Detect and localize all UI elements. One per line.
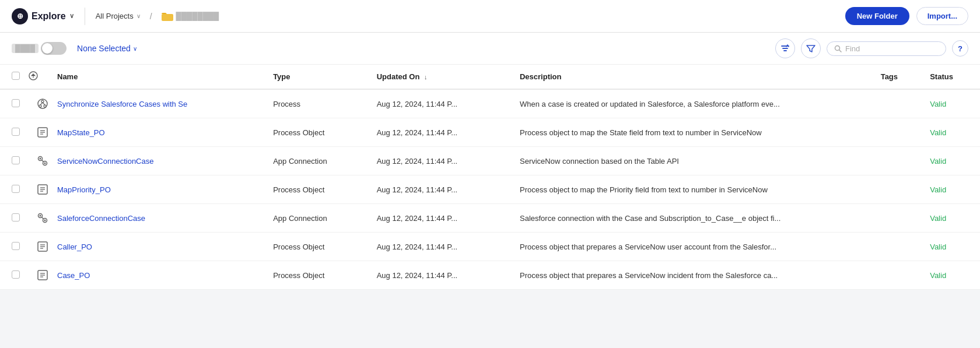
row-type-cell: Process Object (265, 118, 369, 147)
row-status-cell: Valid (922, 147, 980, 175)
svg-line-25 (42, 217, 44, 219)
explore-logo-icon: ⊕ (12, 8, 28, 24)
svg-point-5 (41, 100, 44, 103)
header-updated-on[interactable]: Updated On ↓ (369, 65, 512, 89)
toggle-switch-area: ████ (12, 42, 66, 55)
row-type-cell: Process (265, 89, 369, 118)
search-icon (834, 45, 842, 52)
row-icon-cell (28, 118, 49, 147)
table-row: Caller_PO Process Object Aug 12, 2024, 1… (0, 233, 980, 261)
current-folder-breadcrumb[interactable]: ████████ (162, 12, 219, 21)
row-checkbox[interactable] (12, 242, 20, 250)
filter-button[interactable] (801, 38, 821, 58)
items-table: Name Type Updated On ↓ Description Tags … (0, 65, 980, 290)
row-tags-cell (873, 147, 922, 175)
row-icon-cell (28, 204, 49, 233)
help-button[interactable]: ? (952, 40, 968, 57)
row-checkbox[interactable] (12, 156, 20, 164)
import-button[interactable]: Import... (916, 7, 968, 25)
explore-chevron-icon: ∨ (69, 12, 74, 20)
row-name-link[interactable]: Synchronize Salesforce Cases with Se (57, 100, 187, 108)
row-name-link[interactable]: Caller_PO (57, 242, 92, 251)
svg-line-8 (40, 103, 43, 105)
row-name-cell: ServiceNowConnectionCase (49, 147, 265, 175)
find-input-wrap (827, 41, 946, 56)
row-tags-cell (873, 204, 922, 233)
row-description-cell: Process object that prepares a ServiceNo… (512, 233, 873, 261)
table-row: ServiceNowConnectionCase App Connection … (0, 147, 980, 175)
process-object-icon (36, 183, 49, 196)
table-row: Synchronize Salesforce Cases with Se Pro… (0, 89, 980, 118)
process-object-icon (36, 269, 49, 282)
row-status-cell: Valid (922, 175, 980, 204)
row-type-cell: Process Object (265, 175, 369, 204)
row-checkbox-cell (0, 118, 28, 147)
row-description-cell: Process object that prepares a ServiceNo… (512, 261, 873, 290)
row-checkbox[interactable] (12, 213, 20, 222)
status-badge: Valid (930, 271, 946, 280)
none-selected-chevron-icon: ∨ (133, 45, 137, 52)
svg-point-18 (44, 163, 46, 164)
row-description-cell: Process object to map the Priority field… (512, 175, 873, 204)
explore-label: Explore (32, 11, 66, 22)
row-name-link[interactable]: Case_PO (57, 271, 90, 280)
status-badge: Valid (930, 157, 946, 166)
row-name-link[interactable]: ServiceNowConnectionCase (57, 157, 153, 166)
row-type-cell: Process Object (265, 261, 369, 290)
row-icon-cell (28, 261, 49, 290)
svg-rect-0 (162, 14, 173, 21)
row-name-link[interactable]: SaleforceConnectionCase (57, 214, 145, 223)
row-icon-cell (28, 89, 49, 118)
row-checkbox[interactable] (12, 99, 20, 107)
table-wrap: Name Type Updated On ↓ Description Tags … (0, 65, 980, 290)
header-checkbox-col (0, 65, 28, 89)
row-name-link[interactable]: MapState_PO (57, 128, 105, 137)
top-header: ⊕ Explore ∨ All Projects ∨ / ████████ Ne… (0, 0, 980, 33)
row-type-cell: App Connection (265, 147, 369, 175)
row-icon-cell (28, 175, 49, 204)
row-checkbox[interactable] (12, 270, 20, 279)
header-icon-col (28, 65, 49, 89)
all-projects-breadcrumb[interactable]: All Projects ∨ (96, 12, 141, 20)
row-checkbox[interactable] (12, 128, 20, 136)
row-checkbox-cell (0, 147, 28, 175)
explore-button[interactable]: ⊕ Explore ∨ (12, 8, 74, 24)
find-input[interactable] (845, 44, 939, 53)
row-checkbox[interactable] (12, 185, 20, 193)
row-tags-cell (873, 233, 922, 261)
row-status-cell: Valid (922, 204, 980, 233)
table-header-row: Name Type Updated On ↓ Description Tags … (0, 65, 980, 89)
header-name: Name (49, 65, 265, 89)
row-name-link[interactable]: MapPriority_PO (57, 185, 111, 194)
status-badge: Valid (930, 185, 946, 194)
new-folder-button[interactable]: New Folder (845, 7, 909, 25)
status-badge: Valid (930, 128, 946, 137)
select-all-checkbox[interactable] (12, 72, 20, 80)
folder-name-label: ████████ (176, 12, 219, 20)
sort-button[interactable] (775, 38, 795, 58)
toggle-switch[interactable] (41, 42, 66, 55)
header-description: Description (512, 65, 873, 89)
sort-icon (780, 44, 790, 53)
svg-point-27 (44, 220, 46, 222)
table-row: MapPriority_PO Process Object Aug 12, 20… (0, 175, 980, 204)
row-updated-on-cell: Aug 12, 2024, 11:44 P... (369, 204, 512, 233)
all-projects-label: All Projects (96, 12, 134, 20)
svg-line-16 (42, 160, 44, 162)
row-type-cell: Process Object (265, 233, 369, 261)
row-updated-on-cell: Aug 12, 2024, 11:44 P... (369, 233, 512, 261)
app-connection-icon (36, 154, 49, 167)
row-icon-cell (28, 147, 49, 175)
app-connection-icon (36, 212, 49, 224)
row-name-cell: MapPriority_PO (49, 175, 265, 204)
header-type: Type (265, 65, 369, 89)
row-updated-on-cell: Aug 12, 2024, 11:44 P... (369, 261, 512, 290)
row-description-cell: Process object to map the State field fr… (512, 118, 873, 147)
row-tags-cell (873, 261, 922, 290)
status-badge: Valid (930, 242, 946, 251)
row-description-cell: When a case is created or updated in Sal… (512, 89, 873, 118)
row-name-cell: Caller_PO (49, 233, 265, 261)
none-selected-button[interactable]: None Selected ∨ (72, 41, 142, 55)
process-object-icon (36, 126, 49, 139)
row-updated-on-cell: Aug 12, 2024, 11:44 P... (369, 147, 512, 175)
